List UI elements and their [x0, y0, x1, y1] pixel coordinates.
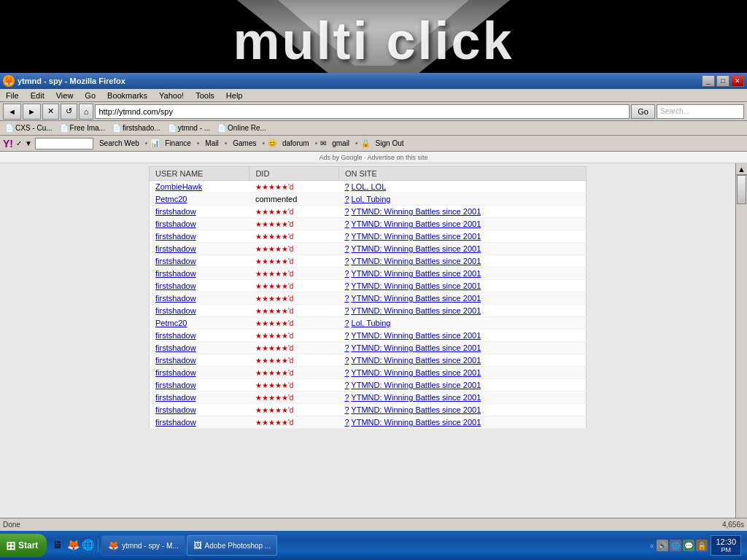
site-link[interactable]: YTMND: Winning Battles since 2001 — [351, 294, 481, 303]
stop-button[interactable]: ✕ — [42, 104, 59, 120]
user-link[interactable]: firstshadow — [155, 356, 196, 365]
site-link[interactable]: YTMND: Winning Battles since 2001 — [351, 269, 481, 278]
user-link[interactable]: firstshadow — [155, 418, 196, 427]
bookmark-1[interactable]: 📄 Free Ima... — [58, 123, 107, 133]
site-link[interactable]: YTMND: Winning Battles since 2001 — [351, 405, 481, 414]
maximize-button[interactable]: □ — [716, 75, 729, 87]
site-link[interactable]: YTMND: Winning Battles since 2001 — [351, 281, 481, 290]
ie-quicklaunch-icon[interactable]: 🌐 — [82, 539, 95, 552]
user-link[interactable]: firstshadow — [155, 294, 196, 303]
user-link[interactable]: firstshadow — [155, 207, 196, 216]
user-link[interactable]: ZombieHawk — [155, 182, 202, 191]
user-link[interactable]: firstshadow — [155, 281, 196, 290]
site-link[interactable]: YTMND: Winning Battles since 2001 — [351, 418, 481, 427]
site-link[interactable]: YTMND: Winning Battles since 2001 — [351, 368, 481, 377]
yahoo-games[interactable]: Games — [230, 139, 259, 148]
menu-help[interactable]: Help — [223, 90, 246, 101]
bookmark-2[interactable]: 📄 firstshado... — [110, 123, 163, 133]
question-mark[interactable]: ? — [344, 281, 349, 290]
user-link[interactable]: Petmc20 — [155, 319, 187, 327]
site-link[interactable]: YTMND: Winning Battles since 2001 — [351, 219, 481, 228]
question-mark[interactable]: ? — [344, 368, 349, 377]
forward-button[interactable]: ► — [23, 104, 41, 120]
site-link[interactable]: YTMND: Winning Battles since 2001 — [351, 306, 481, 315]
site-link[interactable]: YTMND: Winning Battles since 2001 — [351, 257, 481, 265]
menu-edit[interactable]: Edit — [28, 90, 47, 101]
yahoo-search-web[interactable]: Search Web — [96, 139, 142, 148]
menu-yahoo[interactable]: Yahoo! — [156, 90, 187, 101]
bookmark-3[interactable]: 📄 ytmnd - ... — [166, 123, 212, 133]
back-button[interactable]: ◄ — [3, 104, 21, 120]
question-mark[interactable]: ? — [344, 269, 349, 278]
show-desktop-icon[interactable]: 🖥 — [53, 539, 66, 552]
scrollbar[interactable]: ▲ ▼ — [735, 163, 747, 531]
question-mark[interactable]: ? — [344, 195, 349, 203]
question-mark[interactable]: ? — [344, 343, 349, 352]
user-link[interactable]: firstshadow — [155, 257, 196, 265]
bookmark-4[interactable]: 📄 Online Re... — [215, 123, 268, 133]
user-link[interactable]: firstshadow — [155, 368, 196, 377]
menu-tools[interactable]: Tools — [193, 90, 217, 101]
site-link[interactable]: YTMND: Winning Battles since 2001 — [351, 381, 481, 389]
site-link[interactable]: YTMND: Winning Battles since 2001 — [351, 244, 481, 253]
site-link[interactable]: YTMND: Winning Battles since 2001 — [351, 356, 481, 365]
user-link[interactable]: firstshadow — [155, 244, 196, 253]
site-link[interactable]: Lol, Tubing — [352, 195, 391, 203]
user-link[interactable]: firstshadow — [155, 381, 196, 389]
menu-view[interactable]: View — [53, 90, 77, 101]
menu-go[interactable]: Go — [82, 90, 98, 101]
start-button[interactable]: ⊞ Start — [0, 534, 47, 557]
home-button[interactable]: ⌂ — [79, 104, 94, 120]
menu-bookmarks[interactable]: Bookmarks — [104, 90, 150, 101]
question-mark[interactable]: ? — [344, 393, 349, 402]
question-mark[interactable]: ? — [344, 294, 349, 303]
question-mark[interactable]: ? — [344, 418, 349, 427]
yahoo-search-input[interactable] — [35, 138, 93, 149]
menu-file[interactable]: File — [3, 90, 22, 101]
question-mark[interactable]: ? — [344, 182, 349, 191]
question-mark[interactable]: ? — [344, 319, 349, 327]
user-link[interactable]: firstshadow — [155, 269, 196, 278]
site-link[interactable]: YTMND: Winning Battles since 2001 — [351, 343, 481, 352]
user-link[interactable]: firstshadow — [155, 343, 196, 352]
yahoo-daforum[interactable]: daforum — [279, 139, 312, 148]
question-mark[interactable]: ? — [344, 207, 349, 216]
yahoo-finance[interactable]: Finance — [162, 139, 194, 148]
user-link[interactable]: firstshadow — [155, 219, 196, 228]
question-mark[interactable]: ? — [344, 219, 349, 228]
question-mark[interactable]: ? — [344, 331, 349, 340]
firefox-quicklaunch-icon[interactable]: 🦊 — [67, 539, 80, 552]
site-link[interactable]: YTMND: Winning Battles since 2001 — [351, 331, 481, 340]
site-link[interactable]: YTMND: Winning Battles since 2001 — [351, 393, 481, 402]
user-link[interactable]: firstshadow — [155, 306, 196, 315]
bookmark-0[interactable]: 📄 CXS - Cu... — [3, 123, 55, 133]
question-mark[interactable]: ? — [344, 405, 349, 414]
site-link[interactable]: LOL, LOL — [352, 182, 387, 191]
user-link[interactable]: firstshadow — [155, 393, 196, 402]
go-button[interactable]: Go — [631, 104, 655, 119]
close-button[interactable]: ✕ — [731, 75, 744, 87]
search-input[interactable]: Search... — [657, 104, 744, 119]
taskbar-item-0[interactable]: 🦊 ytmnd - spy - M... — [101, 535, 185, 556]
tray-arrow[interactable]: « — [650, 542, 654, 550]
user-link[interactable]: Petmc20 — [155, 195, 187, 203]
site-link[interactable]: YTMND: Winning Battles since 2001 — [351, 207, 481, 216]
question-mark[interactable]: ? — [344, 232, 349, 241]
question-mark[interactable]: ? — [344, 306, 349, 315]
scroll-up-button[interactable]: ▲ — [736, 163, 747, 175]
user-link[interactable]: firstshadow — [155, 331, 196, 340]
taskbar-item-1[interactable]: 🖼 Adobe Photoshop ... — [187, 535, 278, 556]
site-link[interactable]: YTMND: Winning Battles since 2001 — [351, 232, 481, 241]
site-link[interactable]: Lol, Tubing — [352, 319, 391, 327]
question-mark[interactable]: ? — [344, 257, 349, 265]
question-mark[interactable]: ? — [344, 381, 349, 389]
yahoo-signout[interactable]: Sign Out — [373, 139, 407, 148]
yahoo-mail[interactable]: Mail — [202, 139, 221, 148]
yahoo-gmail[interactable]: gmail — [329, 139, 352, 148]
address-bar[interactable]: http://ytmnd.com/spy — [95, 104, 630, 119]
user-link[interactable]: firstshadow — [155, 405, 196, 414]
minimize-button[interactable]: _ — [702, 75, 715, 87]
refresh-button[interactable]: ↺ — [61, 104, 77, 120]
question-mark[interactable]: ? — [344, 356, 349, 365]
scrollbar-thumb[interactable] — [737, 175, 746, 204]
